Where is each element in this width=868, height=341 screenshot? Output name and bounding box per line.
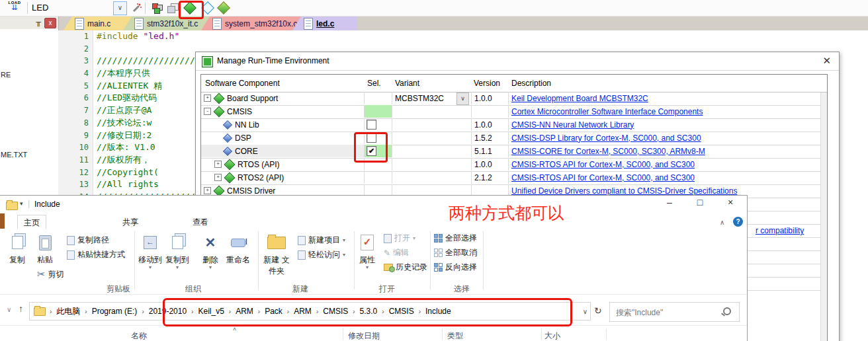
code-line [97, 43, 210, 56]
configure-target-icon[interactable] [150, 1, 164, 15]
variant-dropdown-icon[interactable]: ∨ [456, 93, 469, 105]
variant-cell [392, 132, 471, 144]
select-none-button[interactable]: 全部取消 [434, 247, 477, 258]
quick-access-dropdown-icon[interactable]: ▾ [20, 200, 23, 207]
description-link-partial[interactable]: r compatibility [756, 226, 804, 235]
collapse-ribbon-icon[interactable]: ∧ [720, 219, 724, 226]
col-description: Description [511, 79, 551, 88]
edit-button[interactable]: ✎编辑 [384, 247, 409, 258]
select-all-button[interactable]: 全部选择 [434, 233, 477, 244]
component-cell: NN Lib [201, 118, 364, 131]
cut-button[interactable]: ✂剪切 [37, 268, 64, 280]
search-input[interactable]: 搜索"Include" [609, 302, 740, 322]
ribbon-tab-view[interactable]: 查看 [187, 215, 214, 230]
paste-shortcut-icon [67, 250, 75, 260]
load-button[interactable]: LOAD ⇊ [5, 1, 24, 15]
table-row[interactable]: +Board SupportMCBSTM32C∨1.0.0Keil Develo… [201, 92, 826, 106]
description-cell: CMSIS-DSP Library for Cortex-M, SC000, a… [508, 132, 826, 144]
description-link[interactable]: Keil Development Board MCBSTM32C [511, 94, 648, 103]
toolbar-separator [145, 2, 146, 14]
explorer-titlebar[interactable]: ▾ | Include – □ × [0, 196, 747, 213]
move-to-button[interactable]: ← 移动到▾ [136, 233, 165, 269]
easy-access-button[interactable]: 轻松访问▾ [298, 249, 345, 260]
properties-button[interactable]: ✓ 属性▾ [355, 233, 379, 269]
table-row[interactable]: -CMSISCortex Microcontroller Software In… [201, 105, 826, 119]
table-row[interactable]: CORE✔5.1.1CMSIS-CORE for Cortex-M, SC000… [201, 145, 826, 159]
description-link[interactable]: CMSIS-CORE for Cortex-M, SC000, SC300, A… [511, 147, 705, 156]
file-tab-partial[interactable] [0, 213, 5, 229]
tab-led-c[interactable]: led.c [292, 17, 357, 30]
paste-button[interactable]: 粘贴 [30, 233, 60, 266]
collapse-icon[interactable]: - [204, 108, 211, 115]
table-row[interactable]: NN Lib1.0.0CMSIS-NN Neural Network Libra… [201, 118, 826, 132]
minimize-icon[interactable]: – [662, 197, 677, 210]
copy-path-button[interactable]: 复制路径 [67, 235, 109, 246]
code-line: #include "led.h" [97, 30, 210, 43]
dialog-close-icon[interactable]: ✕ [822, 55, 831, 67]
refresh-icon[interactable]: ↻ [594, 305, 602, 316]
description-link[interactable]: CMSIS-DSP Library for Cortex-M, SC000, a… [511, 133, 701, 143]
expand-icon[interactable]: + [204, 95, 211, 102]
new-folder-button[interactable]: 新建 文件夹 [261, 233, 292, 277]
table-row[interactable]: +RTOS2 (API)2.1.2CMSIS-RTOS API for Cort… [201, 171, 826, 185]
checkbox-unchecked[interactable] [367, 120, 376, 130]
file-list-header: ˄ 名称 修改日期 类型 大小 [0, 325, 747, 341]
rename-button[interactable]: 重命名 [221, 233, 255, 266]
description-link[interactable]: Unified Device Drivers compliant to CMSI… [511, 186, 737, 196]
target-select[interactable]: LED [32, 3, 48, 13]
pin-icon[interactable]: ╥ [36, 18, 41, 26]
column-name[interactable]: 名称 [131, 330, 147, 341]
paste-shortcut-button[interactable]: 粘贴快捷方式 [67, 249, 125, 260]
table-row[interactable]: +RTOS (API)1.0.0CMSIS-RTOS API for Corte… [201, 158, 826, 172]
help-icon[interactable]: ? [733, 217, 743, 227]
copy-to-button[interactable]: 复制到▾ [163, 233, 192, 269]
column-separator[interactable] [606, 328, 607, 340]
description-link[interactable]: CMSIS-RTOS API for Cortex-M, SC000, and … [511, 160, 695, 169]
maximize-icon[interactable]: □ [692, 197, 708, 210]
code-line: //LED驱动代码 [97, 92, 210, 104]
column-separator[interactable] [442, 328, 443, 340]
cut-icon: ✂ [37, 268, 46, 280]
description-link[interactable]: CMSIS-RTOS API for Cortex-M, SC000, and … [511, 173, 695, 182]
description-link[interactable]: Cortex Microcontroller Software Interfac… [511, 107, 703, 116]
component-icon [223, 146, 232, 155]
recent-locations-icon[interactable]: ∨ [7, 306, 11, 313]
component-cell: +Board Support [201, 92, 364, 104]
windows-layout-icon[interactable] [165, 1, 180, 15]
invert-selection-icon [434, 263, 443, 272]
close-icon[interactable]: × [722, 197, 738, 210]
column-size[interactable]: 大小 [544, 330, 560, 341]
up-icon[interactable]: ↑ [19, 303, 23, 314]
history-button[interactable]: 历史记录 [384, 262, 427, 273]
new-folder-icon [267, 237, 286, 249]
table-scrollbar[interactable] [820, 93, 827, 341]
invert-selection-button[interactable]: 反向选择 [434, 262, 477, 273]
column-separator[interactable] [343, 328, 343, 340]
copy-button[interactable]: 复制 [3, 233, 32, 266]
table-header: Software Component Sel. Variant Version … [201, 75, 827, 93]
close-panel-icon[interactable]: x [44, 18, 56, 28]
expand-icon[interactable]: + [204, 187, 211, 194]
column-type[interactable]: 类型 [447, 330, 463, 341]
pack-installer-icon[interactable] [216, 1, 231, 15]
component-cell: DSP [201, 132, 364, 144]
description-link[interactable]: CMSIS-NN Neural Network Library [511, 120, 634, 130]
new-item-button[interactable]: 新建项目▾ [298, 235, 345, 246]
open-button[interactable]: 打开▾ [384, 233, 415, 244]
dialog-titlebar[interactable]: Manage Run-Time Environment ✕ [196, 52, 839, 71]
breadcrumb-item[interactable]: 此电脑 [56, 306, 80, 317]
expand-icon[interactable]: + [214, 174, 222, 181]
group-new: 新建 [292, 284, 308, 295]
version-cell: 1.5.2 [471, 132, 508, 144]
open-icon [384, 234, 392, 243]
component-bundle-icon [214, 93, 225, 104]
ribbon-tab-share[interactable]: 共享 [116, 215, 144, 230]
column-separator[interactable] [541, 328, 542, 340]
expand-icon[interactable]: + [214, 161, 222, 168]
breadcrumb-item[interactable]: Program (E:) [92, 307, 138, 316]
column-date-modified[interactable]: 修改日期 [348, 330, 380, 341]
options-for-target-icon[interactable] [130, 1, 144, 15]
table-row[interactable]: DSP1.5.2CMSIS-DSP Library for Cortex-M, … [201, 132, 826, 145]
address-dropdown-icon[interactable]: ∨ [583, 308, 587, 315]
target-dropdown-icon[interactable]: ∨ [113, 1, 127, 15]
